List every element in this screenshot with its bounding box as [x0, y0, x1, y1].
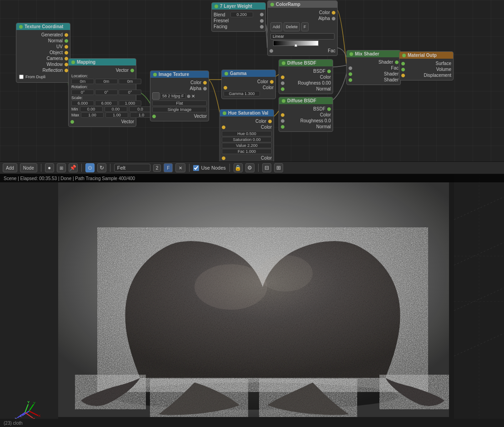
diff2-bsdf-out[interactable] [327, 107, 331, 111]
fresnel-label: Fresnel [214, 18, 229, 23]
diffuse-bsdf2-node[interactable]: Diffuse BSDF BSDF Color Roughness 0.0 No… [279, 97, 333, 132]
mix-shader-out[interactable] [395, 60, 399, 64]
img-tex-collapse[interactable] [153, 73, 157, 76]
huesat-collapse[interactable] [223, 111, 226, 115]
refresh-icon[interactable]: ↻ [97, 163, 106, 172]
delete-stop-btn[interactable]: Delete [284, 22, 300, 31]
diffuse-bsdf1-node[interactable]: Diffuse BSDF BSDF Color Roughness 0.00 N… [279, 59, 333, 94]
mix-fac-in[interactable] [349, 66, 352, 70]
node-editor[interactable]: 7 Layer Weight Blend 0.200 Fresnel Facin… [0, 0, 504, 161]
mix-collapse[interactable] [349, 52, 353, 56]
surface-in[interactable] [401, 62, 405, 65]
node-collapse-dot2[interactable] [270, 3, 274, 6]
node-collapse-dot[interactable] [215, 5, 218, 8]
normal-socket[interactable] [65, 39, 68, 43]
diff1-rough-in[interactable] [281, 81, 284, 85]
img-vec-in[interactable] [152, 115, 156, 118]
color-ramp-alpha-socket[interactable] [332, 17, 335, 20]
huesat-color-out[interactable] [268, 120, 272, 123]
img-alpha-out[interactable] [203, 87, 207, 90]
color-ramp-title: ColorRamp [276, 2, 300, 7]
color-ramp-node[interactable]: ColorRamp Color Alpha Add Delete F Linea… [267, 0, 338, 56]
fac-in-socket[interactable] [269, 49, 273, 53]
ramp-handle[interactable] [294, 44, 297, 47]
facing-socket[interactable] [260, 25, 264, 29]
material-output-node[interactable]: Material Outp Surface Volume Displacemen… [399, 51, 454, 80]
sphere-icon[interactable]: ● [45, 163, 54, 172]
gamma-node[interactable]: Gamma Color Color Gamma 1.300 [221, 70, 276, 99]
add-menu-btn[interactable]: Add [3, 163, 17, 172]
img-color-out[interactable] [203, 81, 207, 85]
interpolation-select[interactable]: Linear [270, 33, 334, 40]
camera-socket[interactable] [65, 57, 68, 60]
material-name-input[interactable] [114, 164, 150, 172]
mapping-node[interactable]: Mapping Vector Location: 0m 0m 0m Rotati… [68, 58, 136, 127]
diff2-normal-in[interactable] [281, 125, 284, 129]
source-select[interactable]: Single Image [152, 107, 207, 112]
uv-socket[interactable] [65, 45, 68, 49]
generated-socket[interactable] [65, 33, 68, 37]
remove-material-btn[interactable]: ✕ [175, 163, 185, 172]
toolbar-sep5 [230, 164, 230, 172]
mapping-collapse-dot[interactable] [71, 60, 75, 64]
zoom-fit-icon[interactable]: ⊟ [262, 163, 271, 172]
displacement-in[interactable] [401, 74, 405, 77]
object-socket[interactable] [65, 51, 68, 55]
texture-coordinate-node[interactable]: Texture Coordinat Generated Normal UV Ob… [16, 23, 70, 83]
use-nodes-toggle[interactable]: Use Nodes [193, 165, 225, 171]
volume-in[interactable] [401, 68, 405, 71]
node-graph-icon[interactable]: ⊞ [57, 163, 66, 172]
render-svg [58, 182, 449, 417]
use-nodes-checkbox[interactable] [193, 165, 199, 171]
from-dupli-check[interactable]: From Dupli [19, 75, 67, 79]
img-browse-btn[interactable]: ⊕ [187, 94, 190, 99]
add-stop-btn[interactable]: Add [270, 22, 282, 31]
pin-icon[interactable]: 📌 [69, 163, 78, 172]
node-options-icon[interactable]: ⚙ [245, 163, 254, 172]
mix-shader-node[interactable]: Mix Shader Shader Fac Shader Shader [346, 50, 401, 85]
svg-line-19 [25, 404, 28, 412]
diff2-rough-in[interactable] [281, 119, 284, 123]
fresnel-socket[interactable] [260, 19, 264, 23]
mapping-out-socket[interactable] [130, 69, 134, 72]
diff1-color-in[interactable] [281, 75, 284, 79]
window-socket[interactable] [65, 63, 68, 66]
mix-shader2-in[interactable] [349, 78, 352, 82]
color-ramp-color-socket[interactable] [332, 11, 335, 15]
zoom-in-icon[interactable]: ⊞ [274, 163, 283, 172]
image-texture-node[interactable]: Image Texture Color Alpha 58 2 Mjpg F ⊕ … [150, 70, 209, 121]
diff1-bsdf-out[interactable] [327, 70, 331, 73]
svg-text:Y: Y [27, 400, 30, 404]
hue-sat-node[interactable]: Hue Saturation Val Color Color Hue 0.500… [220, 109, 274, 161]
material-icon[interactable]: ⊙ [85, 163, 95, 172]
svg-text:X: X [38, 414, 40, 418]
huesat-bottom-color-in[interactable] [222, 156, 225, 160]
render-status-text: Scene | Elapsed: 00:35.53 | Done | Path … [4, 176, 135, 181]
f-btn[interactable]: F [301, 22, 309, 31]
gamma-color-out[interactable] [270, 80, 274, 84]
diff2-collapse[interactable] [282, 99, 285, 103]
gamma-color-in[interactable] [224, 86, 227, 90]
object-name: (23) cloth [4, 421, 23, 426]
tc-title: Texture Coordinat [25, 24, 63, 29]
reflection-socket[interactable] [65, 69, 68, 72]
blend-socket[interactable] [260, 13, 264, 16]
color-ramp-bar[interactable] [273, 40, 319, 46]
diff1-normal-in[interactable] [281, 87, 284, 91]
matout-collapse[interactable] [402, 54, 406, 57]
node-menu-btn[interactable]: Node [20, 163, 37, 172]
mix-shader1-in[interactable] [349, 72, 352, 76]
snap-icon[interactable]: 🔒 [234, 163, 243, 172]
huesat-color-in[interactable] [222, 126, 225, 129]
img-delete-btn[interactable]: ✕ [191, 94, 195, 99]
viewport-axes-svg: X Y Z [14, 399, 36, 422]
diff2-color-in[interactable] [281, 113, 284, 117]
fake-user-btn[interactable]: F [164, 163, 173, 172]
mix-title: Mix Shader [355, 51, 379, 56]
gamma-collapse[interactable] [225, 72, 228, 75]
tc-collapse-dot[interactable] [19, 25, 23, 29]
layer-weight-node[interactable]: 7 Layer Weight Blend 0.200 Fresnel Facin… [211, 2, 266, 32]
diff1-collapse[interactable] [282, 61, 285, 65]
mapping-in-socket[interactable] [70, 120, 74, 124]
projection-select[interactable]: Flat [152, 100, 207, 106]
